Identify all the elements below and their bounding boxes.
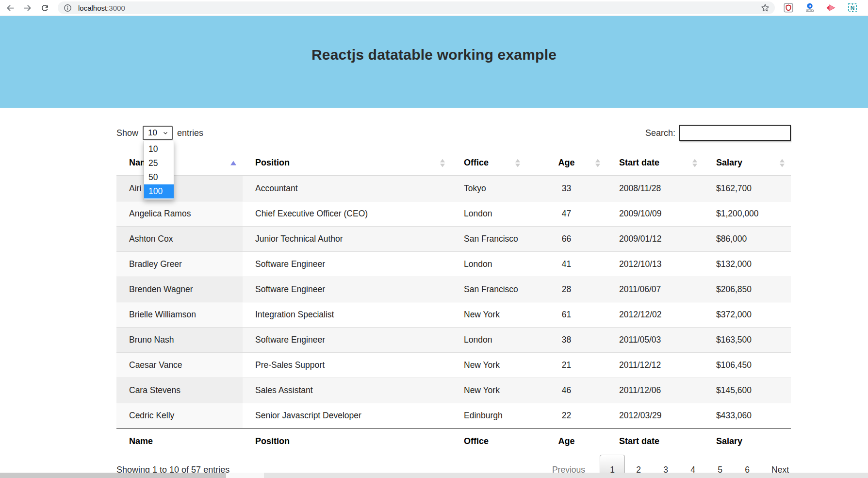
table-cell: 2011/06/07 [606,277,704,302]
svg-text:a: a [809,4,811,8]
table-row: Brenden WagnerSoftware EngineerSan Franc… [116,277,791,302]
sort-both-icon [440,159,445,167]
table-cell: Software Engineer [243,252,451,277]
table-row: Angelica RamosChief Executive Officer (C… [116,201,791,227]
table-cell: $106,450 [704,353,791,378]
column-header-age[interactable]: Age [526,150,606,176]
column-label: Start date [619,158,659,167]
search-label: Search: [645,128,675,138]
sort-both-icon [515,159,520,167]
horizontal-scrollbar[interactable] [0,473,868,478]
nimbus-n-extension-icon[interactable]: N [847,2,858,13]
table-cell: 2011/05/03 [606,328,704,353]
table-cell: 38 [526,328,606,353]
table-row: Bradley GreerSoftware EngineerLondon4120… [116,252,791,277]
back-arrow-icon[interactable] [5,3,16,13]
entries-label: entries [177,128,203,138]
table-cell: $1,200,000 [704,201,791,227]
table-cell: Ashton Cox [116,227,243,252]
sort-both-icon [595,159,600,167]
scrollbar-thumb[interactable] [0,473,226,478]
table-cell: Airi Satou [116,176,243,201]
page-size-option-100[interactable]: 100 [144,184,174,198]
table-cell: 2009/10/09 [606,201,704,227]
page-size-value: 10 [148,128,157,138]
table-cell: Software Engineer [243,328,451,353]
extensions-area: a N [783,2,858,13]
column-label: Position [255,158,290,167]
table-cell: 66 [526,227,606,252]
page-size-option-25[interactable]: 25 [144,156,174,170]
page-size-select[interactable]: 10 [143,126,173,140]
table-cell: Caesar Vance [116,353,243,378]
table-cell: Integration Specialist [243,302,451,328]
table-footer-row: NamePositionOfficeAgeStart dateSalary [116,429,791,455]
shield-extension-icon[interactable] [783,2,794,13]
table-row: Bruno NashSoftware EngineerLondon382011/… [116,328,791,353]
screenshot-a-extension-icon[interactable]: a [804,2,815,13]
table-cell: 22 [526,403,606,429]
bookmark-star-icon[interactable] [760,3,770,13]
column-header-position[interactable]: Position [243,150,451,176]
table-cell: 2012/03/29 [606,403,704,429]
table-cell: $433,060 [704,403,791,429]
column-header-start-date[interactable]: Start date [606,150,704,176]
table-row: Caesar VancePre-Sales SupportNew York212… [116,353,791,378]
sort-both-icon [692,159,697,167]
column-header-office[interactable]: Office [451,150,526,176]
table-row: Brielle WilliamsonIntegration Specialist… [116,302,791,328]
table-cell: 46 [526,378,606,403]
url-text: localhost:3000 [78,4,760,12]
footer-column-position: Position [243,429,451,455]
table-cell: Cedric Kelly [116,403,243,429]
table-cell: $206,850 [704,277,791,302]
table-cell: Brenden Wagner [116,277,243,302]
page-title: Reactjs datatable working example [311,47,557,63]
table-cell: London [451,201,526,227]
footer-column-age: Age [526,429,606,455]
search-input[interactable] [679,125,791,141]
table-cell: Junior Technical Author [243,227,451,252]
table-cell: Chief Executive Officer (CEO) [243,201,451,227]
footer-column-salary: Salary [704,429,791,455]
svg-text:N: N [851,5,855,12]
table-cell: 2012/10/13 [606,252,704,277]
column-header-name[interactable]: Name [116,150,243,176]
table-row: Cara StevensSales AssistantNew York46201… [116,378,791,403]
page-info-icon[interactable] [64,4,72,12]
page-size-option-10[interactable]: 10 [144,142,174,156]
data-table: NamePositionOfficeAgeStart dateSalary Ai… [116,150,791,454]
table-cell: Accountant [243,176,451,201]
url-bar[interactable]: localhost:3000 [58,1,775,14]
column-header-salary[interactable]: Salary [704,150,791,176]
table-cell: New York [451,378,526,403]
table-cell: 61 [526,302,606,328]
table-row: Cedric KellySenior Javascript DeveloperE… [116,403,791,429]
table-cell: 2011/12/06 [606,378,704,403]
table-cell: Senior Javascript Developer [243,403,451,429]
sort-ascending-icon [230,161,236,165]
table-cell: 21 [526,353,606,378]
chevron-down-icon [163,130,168,136]
table-cell: 28 [526,277,606,302]
sort-both-icon [780,159,785,167]
forward-arrow-icon[interactable] [22,3,33,13]
reload-icon[interactable] [40,3,49,13]
table-cell: Angelica Ramos [116,201,243,227]
table-controls: Show 10 entries 102550100 Search: [116,124,791,142]
table-cell: London [451,252,526,277]
table-cell: 2009/01/12 [606,227,704,252]
play-arrow-extension-icon[interactable] [826,2,836,13]
column-label: Office [464,158,489,167]
footer-column-office: Office [451,429,526,455]
scrollbar-gap [226,473,264,478]
table-cell: 41 [526,252,606,277]
footer-column-start-date: Start date [606,429,704,455]
page-size-option-50[interactable]: 50 [144,170,174,184]
table-cell: $86,000 [704,227,791,252]
table-cell: 2011/12/12 [606,353,704,378]
column-label: Salary [716,158,742,167]
table-cell: Cara Stevens [116,378,243,403]
page-size-dropdown: 102550100 [144,141,174,200]
table-cell: Brielle Williamson [116,302,243,328]
